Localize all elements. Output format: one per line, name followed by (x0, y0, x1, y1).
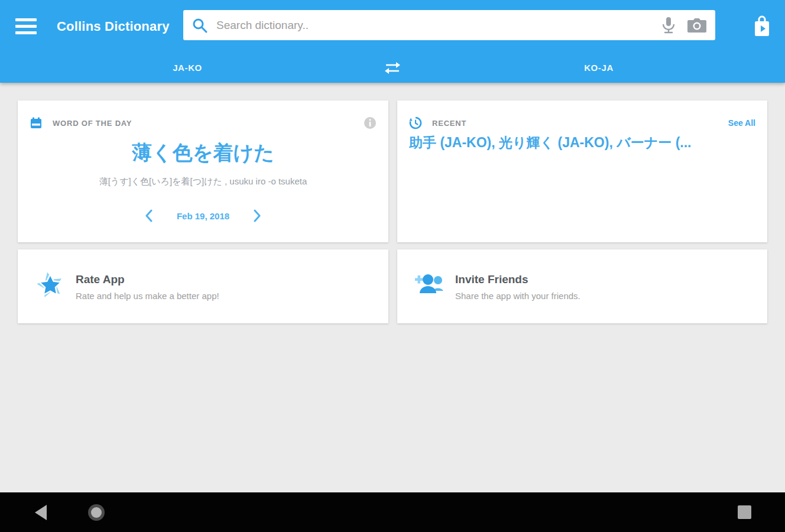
invite-friends-title: Invite Friends (455, 273, 528, 286)
play-store-icon[interactable] (753, 15, 771, 38)
see-all-link[interactable]: See All (728, 118, 755, 128)
main-content: WORD OF THE DAY 薄く色を着けた 薄[うす]く色[いろ]を着[つ]… (0, 83, 785, 492)
recents-icon[interactable] (721, 492, 768, 532)
recent-card: RECENT See All 助手 (JA-KO), 光り輝く (JA-KO),… (397, 100, 767, 242)
recent-label: RECENT (432, 119, 466, 128)
rate-star-icon (33, 268, 68, 304)
word-of-the-day-header: WORD OF THE DAY (30, 116, 377, 130)
search-icon (192, 17, 208, 34)
chevron-right-icon (253, 209, 261, 222)
word-of-the-day-date: Feb 19, 2018 (177, 211, 229, 221)
invite-friends-subtitle: Share the app with your friends. (455, 291, 580, 301)
recent-header: RECENT See All (409, 116, 755, 130)
next-day-button[interactable] (251, 207, 264, 225)
tab-ko-ja[interactable]: KO-JA (540, 53, 658, 83)
menu-icon[interactable] (15, 18, 37, 34)
swap-languages-icon[interactable] (384, 61, 401, 75)
search-input[interactable] (216, 10, 595, 40)
language-tabs: JA-KO KO-JA (0, 53, 785, 83)
home-icon[interactable] (73, 492, 120, 532)
search-bar[interactable] (183, 10, 715, 40)
calendar-icon (30, 116, 43, 129)
word-of-the-day-card: WORD OF THE DAY 薄く色を着けた 薄[うす]く色[いろ]を着[つ]… (18, 100, 388, 242)
invite-group-add-icon (412, 268, 447, 304)
back-icon[interactable] (17, 492, 64, 532)
rate-app-card[interactable]: Rate App Rate and help us make a better … (18, 249, 388, 323)
microphone-icon[interactable] (661, 16, 676, 35)
app-title: Collins Dictionary (57, 0, 170, 53)
tab-ja-ko[interactable]: JA-KO (128, 53, 246, 83)
word-of-the-day-label: WORD OF THE DAY (53, 119, 132, 128)
rate-app-title: Rate App (76, 273, 125, 286)
word-of-the-day-reading: 薄[うす]く色[いろ]を着[つ]けた , usuku iro -o tsuket… (18, 176, 388, 187)
history-icon (409, 116, 422, 129)
rate-app-subtitle: Rate and help us make a better app! (76, 291, 219, 301)
android-navigation-bar (0, 492, 785, 532)
invite-friends-card[interactable]: Invite Friends Share the app with your f… (397, 249, 767, 323)
word-of-the-day-date-nav: Feb 19, 2018 (18, 206, 388, 226)
chevron-left-icon (145, 209, 153, 222)
word-of-the-day-word[interactable]: 薄く色を着けた (18, 140, 388, 167)
info-icon[interactable] (364, 116, 377, 129)
previous-day-button[interactable] (142, 207, 155, 225)
recent-items[interactable]: 助手 (JA-KO), 光り輝く (JA-KO), バーナー (... (409, 134, 755, 152)
app-header: Collins Dictionary (0, 0, 785, 83)
camera-icon[interactable] (687, 17, 707, 34)
